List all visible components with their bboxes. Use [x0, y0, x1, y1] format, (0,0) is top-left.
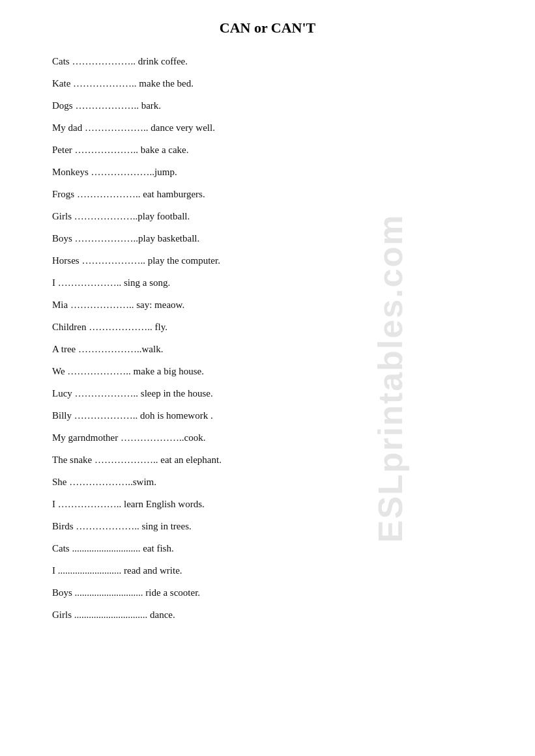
sentence-item: I .......................... read and wr…	[52, 564, 483, 578]
sentence-item: We ……………….. make a big house.	[52, 365, 483, 378]
sentence-item: Cats ............................ eat fi…	[52, 542, 483, 555]
sentence-item: Boys ………………..play basketball.	[52, 232, 483, 245]
sentence-item: Girls .............................. dan…	[52, 608, 483, 622]
sentence-item: She ………………..swim.	[52, 475, 483, 489]
sentence-item: Mia ……………….. say: meaow.	[52, 298, 483, 312]
page-title: CAN or CAN'T	[52, 20, 483, 36]
sentence-item: Cats ……………….. drink coffee.	[52, 55, 483, 68]
sentence-item: The snake ……………….. eat an elephant.	[52, 453, 483, 467]
page: ESLprintables.com CAN or CAN'T Cats ……………	[0, 0, 535, 756]
sentence-item: I ……………….. learn English words.	[52, 497, 483, 511]
sentence-item: I ……………….. sing a song.	[52, 276, 483, 290]
sentence-item: Girls ………………..play football.	[52, 210, 483, 223]
sentence-item: Billy ……………….. doh is homework .	[52, 409, 483, 423]
sentence-item: Peter ……………….. bake a cake.	[52, 143, 483, 157]
sentence-item: Kate ……………….. make the bed.	[52, 77, 483, 91]
sentence-item: My garndmother ………………..cook.	[52, 431, 483, 445]
sentence-item: Monkeys ………………..jump.	[52, 165, 483, 179]
sentence-item: Dogs ……………….. bark.	[52, 99, 483, 113]
sentence-item: Lucy ……………….. sleep in the house.	[52, 387, 483, 400]
sentence-item: Frogs ……………….. eat hamburgers.	[52, 188, 483, 201]
sentence-item: My dad ……………….. dance very well.	[52, 121, 483, 135]
sentence-list: Cats ……………….. drink coffee.Kate ………………..…	[52, 55, 483, 622]
sentence-item: Horses ……………….. play the computer.	[52, 254, 483, 268]
sentence-item: Children ……………….. fly.	[52, 320, 483, 334]
sentence-item: Boys ............................ ride a…	[52, 586, 483, 600]
sentence-item: Birds ……………….. sing in trees.	[52, 520, 483, 533]
sentence-item: A tree ………………..walk.	[52, 343, 483, 356]
